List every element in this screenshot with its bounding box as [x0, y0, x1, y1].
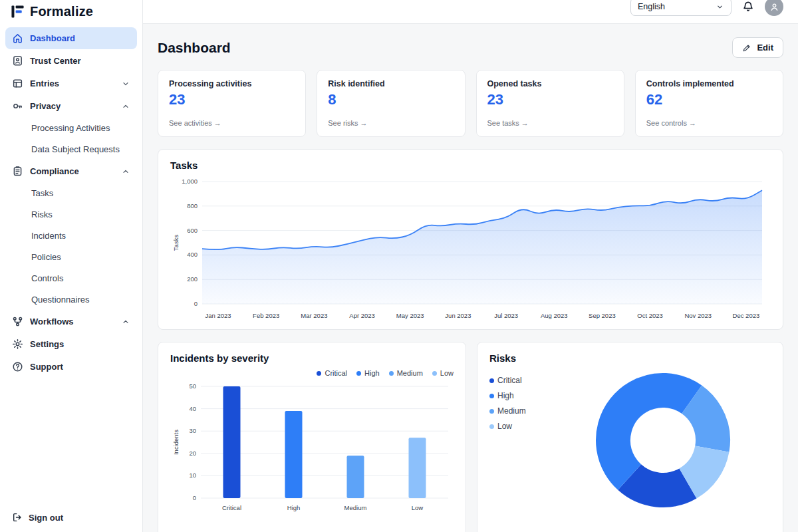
- stat-card-processing-activities: Processing activities23See activities →: [158, 70, 306, 137]
- help-icon: [12, 361, 23, 372]
- chevron-up-icon: [121, 102, 130, 111]
- svg-text:10: 10: [189, 471, 196, 479]
- sidebar-item-compliance[interactable]: Compliance: [5, 160, 137, 182]
- legend-dot: [432, 371, 437, 376]
- incidents-card: Incidents by severity CriticalHighMedium…: [158, 342, 466, 532]
- stat-card-risk-identified: Risk identified8See risks →: [317, 70, 465, 137]
- legend-dot: [317, 371, 321, 376]
- svg-text:30: 30: [189, 427, 196, 434]
- edit-button[interactable]: Edit: [732, 37, 783, 58]
- user-icon: [769, 2, 779, 12]
- sidebar-item-label: Compliance: [30, 166, 79, 176]
- brand-logo[interactable]: Formalize: [0, 3, 142, 27]
- page-header: Dashboard Edit: [158, 37, 783, 58]
- badge-icon: [12, 55, 23, 66]
- incidents-legend: CriticalHighMediumLow: [170, 369, 454, 377]
- sidebar-subitem-questionnaires[interactable]: Questionnaires: [5, 289, 137, 310]
- gear-icon: [12, 338, 23, 350]
- sidebar-item-entries[interactable]: Entries: [5, 72, 137, 94]
- topbar: English: [143, 0, 798, 24]
- tasks-card: Tasks 02004006008001,000Jan 2023Feb 2023…: [158, 149, 783, 330]
- brand-name: Formalize: [30, 4, 93, 19]
- sidebar-item-label: Dashboard: [30, 33, 75, 43]
- legend-item-high[interactable]: High: [489, 391, 551, 400]
- stat-link[interactable]: See risks →: [328, 119, 367, 127]
- risks-body: CriticalHighMediumLow: [489, 370, 771, 510]
- legend-item-medium[interactable]: Medium: [489, 406, 551, 416]
- sidebar-subitem-controls[interactable]: Controls: [5, 268, 137, 289]
- svg-text:Sep 2023: Sep 2023: [589, 312, 616, 319]
- legend-item-low[interactable]: Low: [432, 369, 454, 377]
- topbar-controls: English: [630, 0, 783, 22]
- stat-label: Controls implemented: [646, 79, 772, 88]
- tasks-line-chart: 02004006008001,000Jan 2023Feb 2023Mar 20…: [170, 175, 771, 327]
- sidebar-item-dashboard[interactable]: Dashboard: [5, 27, 137, 49]
- bell-icon[interactable]: [742, 1, 754, 13]
- chevron-up-icon: [121, 167, 130, 176]
- sidebar-subitem-risks[interactable]: Risks: [5, 204, 137, 225]
- sidebar-item-workflows[interactable]: Workflows: [5, 311, 137, 332]
- risks-card: Risks CriticalHighMediumLow: [477, 342, 783, 532]
- sign-out-label: Sign out: [29, 513, 63, 523]
- legend-item-high[interactable]: High: [356, 369, 380, 377]
- svg-text:Mar 2023: Mar 2023: [301, 312, 327, 319]
- svg-text:20: 20: [189, 450, 196, 457]
- sidebar-item-support[interactable]: Support: [5, 356, 137, 378]
- stat-link[interactable]: See tasks →: [487, 119, 529, 127]
- chevron-down-icon: [121, 79, 130, 88]
- legend-item-critical[interactable]: Critical: [489, 376, 551, 385]
- language-select[interactable]: English: [630, 0, 732, 16]
- entries-icon: [12, 78, 23, 89]
- svg-text:Tasks: Tasks: [172, 235, 180, 251]
- sidebar-subitem-processing-activities[interactable]: Processing Activities: [5, 118, 137, 138]
- chevron-up-icon: [121, 317, 130, 327]
- svg-text:0: 0: [194, 300, 198, 307]
- svg-text:Dec 2023: Dec 2023: [733, 312, 760, 319]
- stat-link[interactable]: See activities →: [169, 119, 221, 127]
- sidebar-subitem-label: Processing Activities: [31, 123, 110, 133]
- legend-dot: [489, 378, 494, 383]
- svg-text:Feb 2023: Feb 2023: [253, 312, 279, 319]
- stat-value: 23: [487, 91, 613, 108]
- stat-link[interactable]: See controls →: [646, 119, 696, 127]
- incidents-bar-chart: 01020304050CriticalHighMediumLowIncident…: [170, 381, 454, 518]
- sidebar-subitem-label: Incidents: [31, 231, 66, 241]
- sidebar-subitem-tasks[interactable]: Tasks: [5, 183, 137, 203]
- sidebar-subitem-label: Controls: [31, 273, 63, 283]
- stat-label: Opened tasks: [487, 79, 613, 88]
- svg-text:Jul 2023: Jul 2023: [494, 312, 518, 319]
- app-root: Formalize DashboardTrust CenterEntriesPr…: [0, 0, 798, 532]
- svg-text:0: 0: [193, 494, 196, 501]
- bottom-row: Incidents by severity CriticalHighMedium…: [158, 342, 783, 532]
- legend-dot: [356, 371, 361, 376]
- sidebar-subitem-data-subject-requests[interactable]: Data Subject Requests: [5, 139, 137, 160]
- clipboard-icon: [12, 166, 23, 177]
- svg-text:Nov 2023: Nov 2023: [684, 312, 712, 319]
- sidebar: Formalize DashboardTrust CenterEntriesPr…: [0, 0, 143, 532]
- sign-out-button[interactable]: Sign out: [0, 506, 142, 524]
- svg-text:May 2023: May 2023: [396, 312, 424, 319]
- svg-text:Jun 2023: Jun 2023: [445, 312, 471, 319]
- sidebar-item-label: Settings: [30, 339, 64, 349]
- sidebar-subitem-incidents[interactable]: Incidents: [5, 225, 137, 246]
- legend-item-low[interactable]: Low: [489, 422, 551, 431]
- svg-text:400: 400: [187, 251, 198, 258]
- incidents-card-title: Incidents by severity: [170, 352, 454, 364]
- legend-item-medium[interactable]: Medium: [389, 369, 423, 377]
- sidebar-item-label: Trust Center: [30, 56, 81, 66]
- stat-value: 62: [646, 91, 772, 108]
- formalize-logo-icon: [11, 5, 25, 19]
- sidebar-item-settings[interactable]: Settings: [5, 333, 137, 355]
- risks-card-title: Risks: [489, 352, 771, 364]
- sidebar-subitem-policies[interactable]: Policies: [5, 247, 137, 267]
- stat-card-opened-tasks: Opened tasks23See tasks →: [476, 70, 624, 137]
- risks-donut-chart: [555, 370, 771, 510]
- sidebar-subitem-label: Data Subject Requests: [31, 144, 120, 154]
- sidebar-item-privacy[interactable]: Privacy: [5, 95, 137, 117]
- sidebar-subitem-label: Questionnaires: [31, 295, 89, 305]
- svg-text:Oct 2023: Oct 2023: [637, 312, 663, 319]
- svg-text:40: 40: [189, 405, 196, 412]
- avatar[interactable]: [765, 0, 783, 16]
- legend-item-critical[interactable]: Critical: [317, 369, 347, 377]
- sidebar-item-trust-center[interactable]: Trust Center: [5, 50, 137, 72]
